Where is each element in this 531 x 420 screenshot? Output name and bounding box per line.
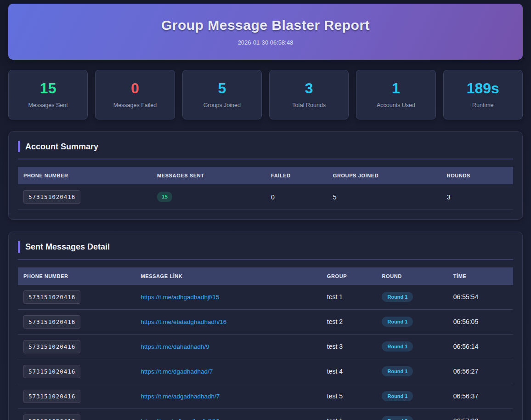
- failed-count: 0: [266, 184, 328, 210]
- phone-number: 573151020416: [23, 315, 80, 329]
- stat-value: 0: [131, 81, 139, 96]
- message-link[interactable]: https://t.me/adhgadhadhjf/16: [141, 418, 219, 420]
- group-name: test 3: [322, 334, 377, 359]
- col-failed: FAİLED: [266, 167, 328, 184]
- stat-card-messages-failed: 0 Messages Failed: [95, 70, 175, 119]
- message-link[interactable]: https://t.me/dahadhadh/9: [141, 343, 209, 350]
- message-link[interactable]: https://t.me/adgadhadhadh/7: [141, 393, 220, 400]
- col-round: ROUND: [376, 267, 447, 285]
- sent-message-row: 573151020416 https://t.me/dahadhadh/9 te…: [18, 334, 513, 359]
- group-name: test 1: [322, 285, 377, 310]
- stat-card-runtime: 189s Runtime: [443, 70, 523, 119]
- group-name: test 2: [322, 309, 377, 334]
- sent-time: 06:56:37: [448, 384, 513, 409]
- col-phone-number: PHONE NUMBER: [18, 167, 152, 184]
- account-summary-table: PHONE NUMBER MESSAGES SENT FAİLED GROUPS…: [18, 167, 513, 210]
- title-divider: [18, 159, 513, 159]
- stat-label: Messages Sent: [28, 102, 68, 108]
- phone-number: 573151020416: [23, 190, 80, 204]
- report-page: Group Message Blaster Report 2026-01-30 …: [0, 0, 531, 420]
- page-title: Group Message Blaster Report: [161, 17, 370, 33]
- stat-value: 1: [392, 81, 400, 96]
- group-name: test 5: [322, 384, 377, 409]
- sent-messages-panel: Sent Messages Detail PHONE NUMBER MESSAG…: [8, 232, 523, 420]
- sent-time: 06:56:05: [448, 309, 513, 334]
- col-time: TİME: [448, 267, 513, 285]
- sent-time: 06:56:14: [448, 334, 513, 359]
- col-messages-sent: MESSAGES SENT: [152, 167, 266, 184]
- stat-card-messages-sent: 15 Messages Sent: [8, 70, 88, 119]
- phone-number: 573151020416: [23, 390, 80, 403]
- phone-number: 573151020416: [23, 340, 80, 353]
- stat-label: Runtime: [472, 102, 494, 108]
- sent-time: 06:55:54: [448, 285, 513, 310]
- phone-number: 573151020416: [23, 365, 80, 378]
- messages-sent-badge: 15: [157, 192, 172, 202]
- account-summary-panel: Account Summary PHONE NUMBER MESSAGES SE…: [8, 131, 523, 220]
- round-badge: Round 1: [382, 317, 413, 327]
- round-badge: Round 1: [382, 292, 413, 302]
- stat-label: Groups Joined: [203, 102, 241, 108]
- group-name: test 4: [322, 359, 377, 384]
- stat-value: 189s: [467, 81, 499, 96]
- message-link[interactable]: https://t.me/adhgadhadhjf/15: [141, 294, 219, 301]
- report-timestamp: 2026-01-30 06:58:48: [238, 39, 294, 46]
- stat-label: Accounts Used: [377, 102, 415, 108]
- groups-joined-count: 5: [328, 184, 441, 210]
- table-header-row: PHONE NUMBER MESSAGE LİNK GROUP ROUND Tİ…: [18, 267, 513, 285]
- group-name: test 1: [322, 409, 377, 420]
- stat-card-total-rounds: 3 Total Rounds: [269, 70, 349, 119]
- phone-number: 573151020416: [23, 290, 80, 304]
- col-phone-number: PHONE NUMBER: [18, 267, 135, 285]
- round-badge: Round 2: [382, 416, 413, 420]
- sent-message-row: 573151020416 https://t.me/adgadhadhadh/7…: [18, 384, 513, 409]
- report-header: Group Message Blaster Report 2026-01-30 …: [8, 4, 523, 60]
- col-groups-joined: GROUPS JOİNED: [328, 167, 441, 184]
- rounds-count: 3: [441, 184, 513, 210]
- stat-card-accounts-used: 1 Accounts Used: [356, 70, 435, 119]
- sent-messages-table: PHONE NUMBER MESSAGE LİNK GROUP ROUND Tİ…: [18, 267, 513, 420]
- sent-message-row: 573151020416 https://t.me/adhgadhadhjf/1…: [18, 285, 513, 310]
- stat-value: 5: [218, 81, 226, 96]
- stats-row: 15 Messages Sent 0 Messages Failed 5 Gro…: [8, 70, 523, 119]
- col-message-link: MESSAGE LİNK: [135, 267, 321, 285]
- stat-label: Total Rounds: [292, 102, 326, 108]
- col-rounds: ROUNDS: [441, 167, 513, 184]
- account-summary-row: 573151020416 15 0 5 3: [18, 184, 513, 210]
- stat-value: 15: [40, 81, 56, 96]
- sent-message-row: 573151020416 https://t.me/adhgadhadhjf/1…: [18, 409, 513, 420]
- sent-message-row: 573151020416 https://t.me/dgadhadhad/7 t…: [18, 359, 513, 384]
- message-link[interactable]: https://t.me/dgadhadhad/7: [141, 368, 213, 375]
- sent-time: 06:56:27: [448, 359, 513, 384]
- title-divider: [18, 259, 513, 260]
- sent-message-row: 573151020416 https://t.me/etatadghadhadh…: [18, 309, 513, 334]
- sent-time: 06:57:02: [448, 409, 513, 420]
- table-header-row: PHONE NUMBER MESSAGES SENT FAİLED GROUPS…: [18, 167, 513, 184]
- round-badge: Round 1: [382, 391, 413, 401]
- message-link[interactable]: https://t.me/etatadghadhadh/16: [141, 318, 226, 325]
- sent-messages-title: Sent Messages Detail: [18, 241, 513, 252]
- round-badge: Round 1: [382, 366, 413, 376]
- phone-number: 573151020416: [23, 414, 80, 420]
- account-summary-title: Account Summary: [18, 141, 513, 152]
- round-badge: Round 1: [382, 341, 413, 352]
- col-group: GROUP: [322, 267, 377, 285]
- stat-value: 3: [305, 81, 313, 96]
- stat-card-groups-joined: 5 Groups Joined: [182, 70, 262, 119]
- stat-label: Messages Failed: [113, 102, 157, 108]
